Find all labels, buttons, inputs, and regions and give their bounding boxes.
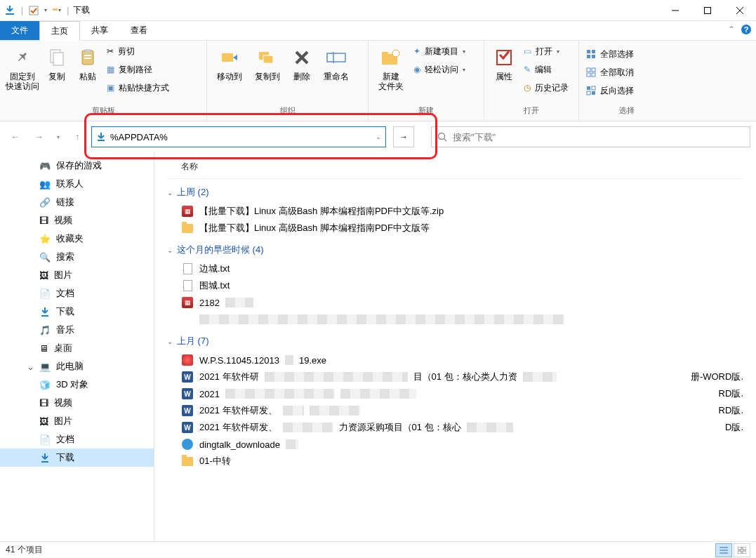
move-to-icon <box>218 46 241 69</box>
edit-button[interactable]: ✎编辑 <box>524 62 569 77</box>
svg-rect-43 <box>743 547 746 550</box>
easy-access-button[interactable]: ◉轻松访问▾ <box>413 62 465 77</box>
details-view-button[interactable] <box>715 543 732 557</box>
navitem-文档[interactable]: 📄文档 <box>0 430 154 449</box>
history-button[interactable]: ◷历史记录 <box>524 80 569 95</box>
content-area: 🎮保存的游戏👥联系人🔗链接🎞视频⭐收藏夹🔍搜索🖼图片📄文档下载🎵音乐🖥桌面⌄💻此… <box>0 152 756 541</box>
file-list[interactable]: 名称 ⌄上周 (2)▦【批量下载】Linux 高级Bash 脚本编程指南PDF中… <box>154 152 756 541</box>
qat-dropdown-icon[interactable]: ▾ <box>44 7 47 13</box>
search-box[interactable] <box>431 126 750 147</box>
group-header[interactable]: ⌄上周 (2) <box>167 179 743 203</box>
qat-dropdown2-icon[interactable]: ▾ <box>58 7 61 13</box>
navitem-图片[interactable]: 🖼图片 <box>0 266 154 284</box>
address-input[interactable] <box>110 132 371 142</box>
file-row[interactable]: 01-中转 <box>167 453 743 470</box>
invert-selection-button[interactable]: 反向选择 <box>586 83 634 98</box>
navitem-联系人[interactable]: 👥联系人 <box>0 175 154 193</box>
gamepad-icon: 🎮 <box>39 161 51 171</box>
icons-view-button[interactable] <box>734 543 750 557</box>
svg-point-37 <box>439 133 445 140</box>
file-row[interactable]: ▦2182 <box>167 294 743 311</box>
tab-share[interactable]: 共享 <box>80 21 119 40</box>
svg-text:?: ? <box>744 25 749 34</box>
file-row[interactable]: W2021 年软件研发、RD版. <box>167 402 743 419</box>
group-header[interactable]: ⌄这个月的早些时候 (4) <box>167 237 743 260</box>
file-row[interactable] <box>167 311 743 328</box>
chevron-down-icon: ⌄ <box>167 338 173 345</box>
paste-button[interactable]: 粘贴 <box>73 44 102 81</box>
back-button[interactable]: ← <box>6 127 25 147</box>
navitem-文档[interactable]: 📄文档 <box>0 284 154 303</box>
navitem-此电脑[interactable]: ⌄💻此电脑 <box>0 357 154 376</box>
svg-rect-35 <box>592 91 595 95</box>
cut-button[interactable]: ✂剪切 <box>107 44 169 59</box>
file-row[interactable]: dingtalk_downloade <box>167 436 743 453</box>
file-row[interactable]: ▦【批量下载】Linux 高级Bash 脚本编程指南PDF中文版等.zip <box>167 203 743 220</box>
ribbon-collapse-icon[interactable]: ⌃ <box>728 25 735 34</box>
file-icon <box>181 263 194 275</box>
address-bar[interactable]: ⌄ <box>91 126 386 147</box>
navitem-下载[interactable]: 下载 <box>0 303 154 321</box>
navitem-视频[interactable]: 🎞视频 <box>0 211 154 230</box>
svg-rect-34 <box>587 91 590 95</box>
navitem-桌面[interactable]: 🖥桌面 <box>0 339 154 357</box>
navitem-音乐[interactable]: 🎵音乐 <box>0 321 154 339</box>
navitem-搜索[interactable]: 🔍搜索 <box>0 248 154 266</box>
select-none-button[interactable]: 全部取消 <box>586 65 634 80</box>
column-header-name[interactable]: 名称 <box>167 155 743 179</box>
file-row[interactable]: 【批量下载】Linux 高级Bash 脚本编程指南PDF中文版等 <box>167 220 743 237</box>
navitem-视频[interactable]: 🎞视频 <box>0 394 154 412</box>
select-all-button[interactable]: 全部选择 <box>586 46 634 62</box>
copy-path-button[interactable]: ▦复制路径 <box>107 62 169 77</box>
navitem-收藏夹[interactable]: ⭐收藏夹 <box>0 230 154 248</box>
maximize-button[interactable] <box>691 0 724 21</box>
navitem-链接[interactable]: 🔗链接 <box>0 193 154 211</box>
copy-button[interactable]: 复制 <box>42 44 72 81</box>
group-header[interactable]: ⌄上月 (7) <box>167 328 743 352</box>
help-icon[interactable]: ? <box>741 24 752 35</box>
paste-icon <box>77 46 99 69</box>
svg-rect-31 <box>592 73 595 77</box>
svg-rect-44 <box>738 551 741 554</box>
rename-button[interactable]: 重命名 <box>318 44 354 81</box>
file-row[interactable]: 边城.txt <box>167 260 743 277</box>
file-row[interactable]: W2021 年软件研发、力资源采购项目（01 包：核心D版. <box>167 419 743 436</box>
go-button[interactable]: → <box>393 126 414 147</box>
file-row[interactable]: 围城.txt <box>167 277 743 294</box>
tab-home[interactable]: 主页 <box>39 21 80 41</box>
nav-row: ← → ▾ ↑ ⌄ → <box>0 121 756 152</box>
navigation-pane[interactable]: 🎮保存的游戏👥联系人🔗链接🎞视频⭐收藏夹🔍搜索🖼图片📄文档下载🎵音乐🖥桌面⌄💻此… <box>0 152 154 541</box>
file-row[interactable]: W2021 年软件研目（01 包：核心类人力资册-WORD版. <box>167 368 743 385</box>
delete-button[interactable]: 删除 <box>287 44 317 81</box>
navitem-3D 对象[interactable]: 🧊3D 对象 <box>0 376 154 394</box>
tab-file[interactable]: 文件 <box>0 21 39 40</box>
tab-view[interactable]: 查看 <box>119 21 159 40</box>
copy-to-button[interactable]: 复制到 <box>249 44 286 81</box>
file-row[interactable]: W.P.S.11045.1201319.exe <box>167 352 743 368</box>
up-button[interactable]: ↑ <box>67 127 87 147</box>
copy-icon <box>46 46 68 69</box>
move-to-button[interactable]: 移动到 <box>211 44 248 81</box>
search-input[interactable] <box>453 132 744 142</box>
navitem-保存的游戏[interactable]: 🎮保存的游戏 <box>0 157 154 175</box>
properties-button[interactable]: 属性 <box>489 44 519 81</box>
new-item-button[interactable]: ✦新建项目▾ <box>413 44 465 59</box>
svg-rect-2 <box>705 7 711 13</box>
address-dropdown-icon[interactable]: ⌄ <box>376 133 381 140</box>
file-icon <box>181 279 194 292</box>
file-row[interactable]: W2021RD版. <box>167 385 743 402</box>
recent-dropdown[interactable]: ▾ <box>53 127 63 147</box>
open-button[interactable]: ▭打开▾ <box>524 44 569 59</box>
navitem-图片[interactable]: 🖼图片 <box>0 412 154 430</box>
paste-shortcut-button[interactable]: ▣粘贴快捷方式 <box>107 80 169 95</box>
pin-quickaccess-button[interactable]: 固定到 快速访问 <box>4 44 41 92</box>
3d-icon: 🧊 <box>39 380 51 390</box>
minimize-button[interactable] <box>659 0 691 21</box>
new-folder-button[interactable]: 新建 文件夹 <box>373 44 409 92</box>
close-button[interactable] <box>724 0 756 21</box>
chevron-down-icon: ⌄ <box>167 246 173 254</box>
forward-button[interactable]: → <box>29 127 49 147</box>
navitem-下载[interactable]: 下载 <box>0 449 154 467</box>
item-count: 41 个项目 <box>6 544 43 556</box>
qat-checkbox-icon[interactable] <box>29 6 39 15</box>
